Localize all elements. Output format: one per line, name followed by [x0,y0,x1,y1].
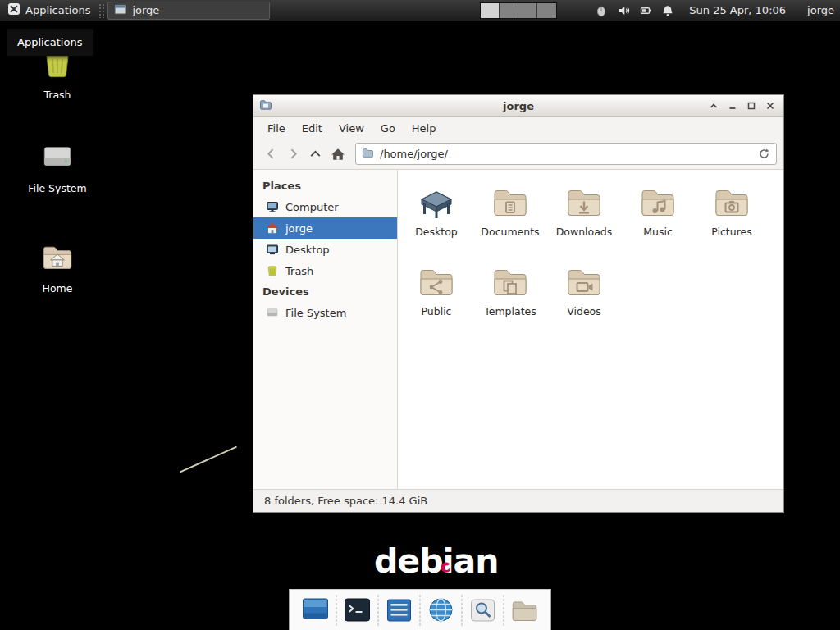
file-templates[interactable]: Templates [473,260,547,340]
desk-icon [417,182,456,221]
file-label: Templates [484,305,536,317]
window-controls [706,98,778,113]
globe-icon [427,596,456,625]
taskbar-button-label: jorge [132,4,159,16]
sidebar-item-label: Trash [285,265,313,277]
menu-edit[interactable]: Edit [294,119,331,138]
menu-view[interactable]: View [331,119,372,138]
titlebar[interactable]: jorge [253,95,783,117]
dock-separator [378,595,379,626]
panel-user-label[interactable]: jorge [807,4,834,16]
notifications-bell-icon[interactable] [661,4,674,17]
downloads-folder-icon [564,182,604,221]
terminal-icon [343,596,372,625]
desktop-window-icon [301,596,331,625]
menu-help[interactable]: Help [404,119,445,138]
file-documents[interactable]: Documents [473,180,547,260]
public-folder-icon [417,262,456,301]
dock-separator [462,595,463,626]
desktop-icon [266,243,279,256]
debian-swirl-icon [439,542,451,582]
path-input[interactable]: /home/jorge/ [380,148,749,160]
videos-folder-icon [564,262,604,301]
file-label: Desktop [415,226,458,238]
window-list-launcher[interactable] [381,592,418,628]
desktop-icon-file-system[interactable]: File System [13,139,102,194]
app-finder-launcher[interactable] [464,592,502,628]
maximize-button[interactable] [744,98,759,113]
system-tray [595,4,674,17]
workspace-2[interactable] [500,3,518,18]
volume-icon[interactable] [617,4,630,17]
show-desktop-launcher[interactable] [297,592,335,628]
window-body: Places Computer jorge Desktop Trash [253,170,783,489]
desktop[interactable]: Applications jorge [0,0,840,630]
music-folder-icon [638,182,678,221]
applications-menu-button[interactable]: Applications [0,0,98,21]
file-label: Documents [481,226,539,238]
minimize-button[interactable] [725,98,740,113]
battery-icon[interactable] [639,4,652,17]
panel-separator [98,3,104,18]
shade-button[interactable] [706,98,721,113]
workspace-pager[interactable] [480,2,557,19]
path-folder-icon [362,147,374,162]
sidebar-item-label: Desktop [285,244,330,256]
templates-folder-icon [491,262,530,301]
menu-go[interactable]: Go [372,119,404,138]
sidebar: Places Computer jorge Desktop Trash [253,170,398,489]
home-folder-icon [40,240,75,277]
clock[interactable]: Sun 25 Apr, 10:06 [689,4,786,16]
file-manager-launcher[interactable] [506,592,544,628]
sidebar-item-computer[interactable]: Computer [253,196,397,217]
desktop-icon-home[interactable]: Home [13,240,102,294]
sidebar-item-label: jorge [285,222,313,235]
sidebar-item-label: File System [285,307,346,319]
sidebar-header-devices: Devices [253,281,397,302]
file-music[interactable]: Music [621,180,695,260]
reload-button[interactable] [755,145,773,163]
close-button[interactable] [763,98,778,113]
home-button[interactable] [326,143,349,165]
web-browser-launcher[interactable] [422,592,460,628]
mouse-settings-icon[interactable] [595,4,608,17]
back-button[interactable] [260,143,282,165]
file-label: Pictures [711,226,752,238]
drive-icon [40,139,75,177]
file-desktop[interactable]: Desktop [399,180,473,260]
forward-button[interactable] [282,143,304,165]
file-manager-window: jorge File Edit View Go Help [253,94,784,513]
sidebar-item-file-system[interactable]: File System [253,302,397,323]
dock-separator [504,595,504,626]
menu-file[interactable]: File [259,119,294,138]
dock [290,589,551,630]
top-panel: Applications jorge [0,0,840,21]
workspace-3[interactable] [518,3,537,18]
terminal-launcher[interactable] [339,592,377,628]
window-title: jorge [253,100,783,112]
drive-icon [266,306,279,319]
sidebar-item-desktop[interactable]: Desktop [253,239,397,260]
list-icon [385,596,414,625]
dock-separator [336,595,337,626]
file-videos[interactable]: Videos [547,260,621,340]
taskbar-window-icon [114,3,126,18]
sidebar-item-trash[interactable]: Trash [253,260,397,281]
icon-view[interactable]: Desktop Documents Downloads Music [398,170,783,489]
toolbar: /home/jorge/ [253,139,783,170]
file-public[interactable]: Public [399,260,473,340]
file-label: Videos [567,305,601,317]
stray-line-artifact [180,446,237,473]
sidebar-header-places: Places [253,176,397,196]
path-bar[interactable]: /home/jorge/ [355,143,777,165]
workspace-1[interactable] [481,3,500,18]
file-downloads[interactable]: Downloads [547,180,621,260]
status-text: 8 folders, Free space: 14.4 GiB [264,495,427,507]
up-button[interactable] [304,143,326,165]
trash-icon [266,264,279,277]
workspace-4[interactable] [537,3,556,18]
sidebar-item-jorge[interactable]: jorge [253,217,397,239]
dock-separator [420,595,421,626]
file-pictures[interactable]: Pictures [695,180,769,260]
taskbar-button-jorge[interactable]: jorge [107,2,270,20]
